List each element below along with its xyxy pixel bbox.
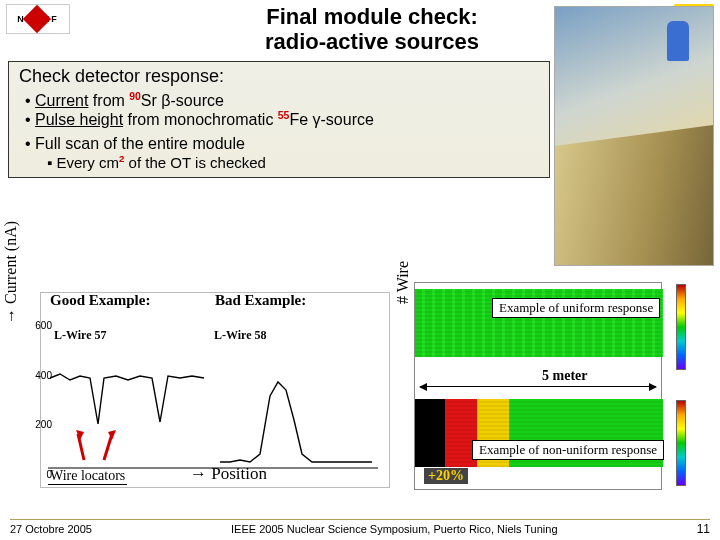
five-meter-label: 5 meter — [538, 368, 591, 384]
y-axis-wire: # Wire — [394, 261, 412, 304]
bullet-full-scan: Full scan of the entire module — [25, 135, 539, 153]
cleanroom-photo — [554, 6, 714, 266]
bullet-current: Current from 90Sr β-source — [25, 91, 539, 110]
twenty-percent-badge: +20% — [424, 468, 468, 484]
wire-locators-label: Wire locators — [48, 468, 127, 485]
color-palette — [676, 284, 716, 488]
locator-arrows-icon — [76, 430, 116, 464]
check-heading: Check detector response: — [19, 66, 539, 87]
sub-bullet-cm2: Every cm2 of the OT is checked — [47, 153, 539, 171]
page-number: 11 — [697, 522, 710, 536]
nikhef-logo: NI HEF — [6, 4, 70, 34]
five-meter-span-icon — [420, 386, 656, 387]
caption-uniform: Example of uniform response — [492, 298, 660, 318]
lwire-labels: L-Wire 57 L-Wire 58 — [54, 328, 374, 343]
position-axis-label: → Position — [190, 464, 267, 484]
palette-strip-icon — [676, 284, 686, 370]
svg-line-3 — [104, 434, 112, 460]
check-panel: Check detector response: Current from 90… — [8, 61, 550, 179]
footer-rule — [10, 519, 710, 520]
footer-venue: IEEE 2005 Nuclear Science Symposium, Pue… — [231, 523, 558, 535]
caption-nonuniform: Example of non-uniform response — [472, 440, 664, 460]
footer: 27 Octobre 2005 IEEE 2005 Nuclear Scienc… — [0, 522, 720, 536]
bullet-pulse-height: Pulse height from monochromatic 55Fe γ-s… — [25, 110, 539, 129]
palette-strip-icon — [676, 400, 686, 486]
footer-date: 27 Octobre 2005 — [10, 523, 92, 535]
y-axis-current: → Current (nA) — [2, 221, 20, 324]
